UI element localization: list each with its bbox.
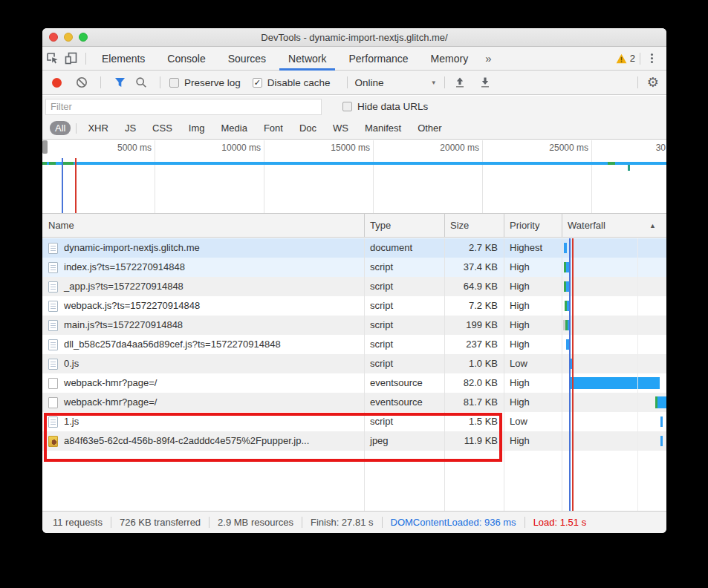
type-filter-img[interactable]: Img: [183, 121, 211, 135]
tab-elements[interactable]: Elements: [91, 47, 156, 71]
kebab-menu-icon[interactable]: [645, 50, 659, 66]
request-name: index.js?ts=1572270914848: [64, 258, 185, 277]
filter-input[interactable]: [45, 99, 322, 115]
request-name: main.js?ts=1572270914848: [64, 316, 183, 335]
divider: [382, 517, 383, 528]
column-header-size[interactable]: Size: [444, 214, 469, 238]
overview-drag-handle[interactable]: [42, 140, 48, 154]
request-priority-cell: High: [504, 277, 562, 296]
waterfall-cell: [562, 258, 666, 277]
column-separator[interactable]: [562, 214, 562, 237]
waterfall-bar: [660, 436, 663, 446]
record-button[interactable]: [52, 78, 62, 88]
warning-count: 2: [630, 53, 635, 64]
type-filter-xhr[interactable]: XHR: [82, 121, 114, 135]
chevron-down-icon: ▼: [431, 79, 437, 86]
divider: [100, 76, 101, 88]
warning-icon: [616, 53, 627, 64]
column-separator[interactable]: [444, 214, 445, 237]
type-filter-other[interactable]: Other: [412, 121, 448, 135]
type-filter-css[interactable]: CSS: [146, 121, 178, 135]
ruler-tick-label: 30: [656, 143, 666, 153]
waterfall-cell: [562, 431, 666, 451]
ruler-tick-label: 15000 ms: [331, 143, 370, 153]
document-file-icon: [48, 359, 58, 370]
divider: [524, 517, 525, 528]
filter-row: Hide data URLs: [42, 96, 666, 117]
status-item: Load: 1.51 s: [533, 517, 587, 528]
export-har-icon[interactable]: [478, 75, 493, 90]
status-item: Finish: 27.81 s: [311, 517, 374, 528]
tab-network[interactable]: Network: [277, 47, 337, 71]
overview-green-segment: [608, 162, 615, 165]
type-filter-ws[interactable]: WS: [327, 121, 354, 135]
sort-indicator-icon[interactable]: ▲: [649, 214, 656, 238]
import-har-icon[interactable]: [452, 75, 467, 90]
column-header-priority[interactable]: Priority: [504, 214, 539, 238]
type-filter-manifest[interactable]: Manifest: [359, 121, 407, 135]
blank-file-icon: [48, 378, 58, 389]
request-priority-cell: High: [504, 393, 562, 412]
request-type-cell: script: [364, 277, 444, 296]
document-file-icon: [48, 281, 58, 293]
column-separator: [562, 238, 562, 511]
waterfall-cell: [562, 412, 666, 431]
window-title: DevTools - dynamic-import-nextjs.glitch.…: [42, 28, 666, 46]
tab-performance[interactable]: Performance: [337, 47, 419, 71]
more-tabs-button[interactable]: »: [479, 52, 497, 65]
request-size-cell: 37.4 KB: [444, 258, 504, 277]
toolbar-right: ⚙: [633, 76, 666, 89]
column-separator[interactable]: [504, 214, 504, 237]
timeline-overview[interactable]: 5000 ms10000 ms15000 ms20000 ms25000 ms3…: [42, 140, 666, 214]
document-file-icon: [48, 320, 58, 331]
disable-cache-checkbox[interactable]: ✓ Disable cache: [253, 77, 331, 88]
waterfall-gridline: [637, 238, 638, 511]
hide-data-urls-checkbox[interactable]: Hide data URLs: [342, 101, 428, 112]
type-filter-doc[interactable]: Doc: [293, 121, 322, 135]
throttling-dropdown[interactable]: Online ▼: [355, 77, 437, 88]
column-header-waterfall[interactable]: Waterfall: [562, 214, 605, 238]
ruler-gridline: [482, 140, 483, 213]
column-header-type[interactable]: Type: [364, 214, 391, 238]
column-header-name[interactable]: Name: [42, 214, 74, 238]
divider: [209, 517, 210, 528]
request-name: webpack-hmr?page=/: [64, 393, 157, 412]
request-name-cell: a84f63e5-62cd-456b-89f4-c2adddc4e575%2Fp…: [42, 431, 364, 451]
clear-icon[interactable]: [74, 75, 89, 90]
dcl-marker-line: [569, 238, 571, 511]
toggle-device-toolbar-button[interactable]: [62, 49, 81, 68]
request-type-cell: jpeg: [364, 431, 444, 451]
type-filter-media[interactable]: Media: [215, 121, 253, 135]
waterfall-bar: [564, 243, 567, 253]
type-filter-js[interactable]: JS: [119, 121, 142, 135]
column-separator[interactable]: [364, 214, 365, 237]
preserve-log-checkbox[interactable]: Preserve log: [169, 77, 241, 88]
gear-icon[interactable]: ⚙: [647, 76, 659, 89]
request-name: dynamic-import-nextjs.glitch.me: [64, 238, 200, 258]
ruler-tick-label: 20000 ms: [440, 143, 479, 153]
inspect-element-button[interactable]: [42, 49, 62, 68]
request-name: 1.js: [64, 412, 79, 431]
tab-memory[interactable]: Memory: [420, 47, 480, 71]
waterfall-cell: [562, 354, 666, 373]
ruler-tick-label: 10000 ms: [221, 143, 261, 153]
waterfall-cell: [562, 335, 666, 354]
search-icon[interactable]: [134, 75, 149, 90]
ruler-gridline: [264, 140, 264, 213]
type-filter-font[interactable]: Font: [258, 121, 289, 135]
tab-console[interactable]: Console: [156, 47, 216, 71]
type-filter-all[interactable]: All: [50, 121, 71, 135]
checkbox-checked: ✓: [253, 78, 262, 88]
request-priority-cell: High: [504, 335, 562, 354]
blank-file-icon: [48, 397, 58, 408]
request-name-cell: dll_b58c257da4aa56d89cef.js?ts=157227091…: [42, 335, 364, 354]
tab-sources[interactable]: Sources: [217, 47, 277, 71]
status-item: 2.9 MB resources: [218, 517, 293, 528]
request-priority-cell: Highest: [504, 238, 562, 258]
request-size-cell: 237 KB: [444, 335, 504, 354]
warnings-badge[interactable]: 2: [616, 53, 635, 64]
devtools-window: DevTools - dynamic-import-nextjs.glitch.…: [42, 28, 666, 533]
divider: [85, 53, 86, 65]
filter-funnel-icon[interactable]: [112, 75, 127, 90]
image-file-icon: [48, 436, 58, 447]
